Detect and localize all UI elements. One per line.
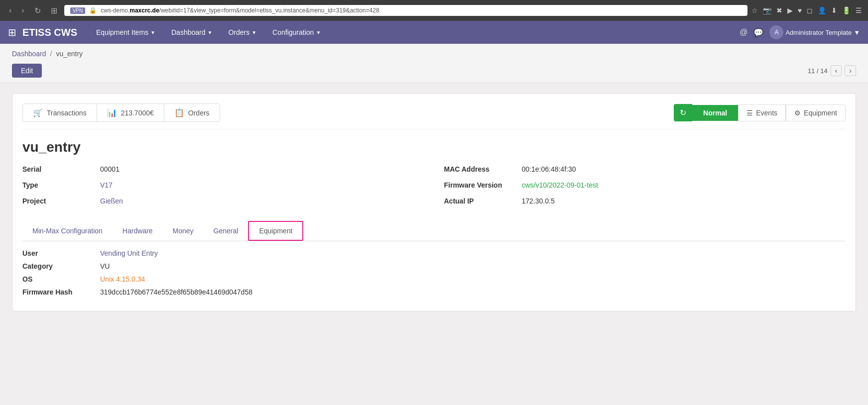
url-bold: maxcrc.de (129, 7, 159, 14)
pagination-text: 11 / 14 (808, 67, 828, 75)
refresh-button[interactable]: ↻ (31, 4, 44, 17)
orders-tab-button[interactable]: 📋 Orders (164, 103, 220, 122)
amount-tab-button[interactable]: 📊 213.7000€ (97, 103, 164, 122)
transactions-tab-button[interactable]: 🛒 Transactions (22, 103, 97, 122)
mac-field-row: MAC Address 00:1e:06:48:4f:30 (444, 165, 846, 173)
os-label: OS (22, 275, 92, 283)
mac-label: MAC Address (444, 165, 514, 173)
nav-user-avatar: A (769, 25, 783, 39)
nav-user-arrow: ▼ (854, 29, 860, 36)
download-icon[interactable]: ⬇ (831, 6, 837, 14)
project-field-row: Project Gießen (22, 197, 424, 205)
user-value[interactable]: Vending Unit Entry (100, 249, 158, 257)
box-icon[interactable]: ◻ (807, 6, 813, 14)
menu-icon[interactable]: ☰ (856, 6, 862, 14)
user-label: User (22, 249, 92, 257)
nav-at-icon[interactable]: @ (740, 28, 747, 37)
app-navbar: ⊞ ETISS CWS Equipment Items ▼ Dashboard … (0, 21, 868, 44)
address-url: cws-demo.maxcrc.de/web#id=17&view_type=f… (101, 7, 379, 14)
status-group: ↻ Normal ☰ Events ⚙ Equipment (674, 104, 846, 121)
next-page-button[interactable]: › (845, 65, 856, 76)
nav-configuration-arrow: ▼ (316, 30, 321, 35)
nav-orders-label: Orders (228, 28, 249, 36)
nav-forward-button[interactable]: › (18, 4, 27, 17)
project-value[interactable]: Gießen (100, 197, 123, 205)
nav-dashboard[interactable]: Dashboard ▼ (164, 24, 219, 40)
os-value[interactable]: Unix 4.15.0.34 (100, 275, 145, 283)
prev-page-button[interactable]: ‹ (831, 65, 842, 76)
edit-button[interactable]: Edit (12, 64, 42, 78)
pagination: 11 / 14 ‹ › (808, 65, 856, 76)
type-value[interactable]: V17 (100, 181, 113, 189)
breadcrumb: Dashboard / vu_entry (12, 50, 856, 58)
x-icon[interactable]: ✖ (776, 6, 782, 14)
category-field-row: Category VU (22, 262, 846, 270)
nav-right: @ 💬 A Administrator Template ▼ (740, 25, 860, 39)
heart-icon[interactable]: ♥ (798, 6, 802, 14)
transactions-label: Transactions (47, 109, 87, 117)
ip-label: Actual IP (444, 197, 514, 205)
firmware-hash-label: Firmware Hash (22, 288, 92, 296)
status-refresh-button[interactable]: ↻ (674, 104, 692, 121)
grid-button[interactable]: ⊞ (48, 4, 60, 17)
nav-back-button[interactable]: ‹ (6, 4, 14, 17)
record-title: vu_entry (22, 139, 846, 155)
status-equipment-button[interactable]: ⚙ Equipment (786, 104, 846, 121)
serial-field-row: Serial 00001 (22, 165, 424, 173)
nav-equipment-items-label: Equipment Items (96, 28, 148, 36)
address-bar[interactable]: VPN 🔒 cws-demo.maxcrc.de/web#id=17&view_… (64, 5, 747, 16)
tab-min-max[interactable]: Min-Max Configuration (22, 222, 113, 240)
page-header: Dashboard / vu_entry Edit 11 / 14 ‹ › (0, 44, 868, 83)
equipment-gear-icon: ⚙ (794, 109, 801, 117)
orders-label: Orders (188, 109, 210, 117)
firmware-label: Firmware Version (444, 181, 514, 189)
app-grid-icon[interactable]: ⊞ (8, 26, 16, 38)
nav-user[interactable]: A Administrator Template ▼ (769, 25, 860, 39)
top-button-bar: 🛒 Transactions 📊 213.7000€ 📋 Orders ↻ No… (22, 103, 846, 129)
nav-user-initial: A (774, 29, 778, 36)
app-logo: ETISS CWS (22, 27, 77, 38)
nav-orders[interactable]: Orders ▼ (221, 24, 263, 40)
tab-hardware[interactable]: Hardware (113, 222, 163, 240)
orders-icon: 📋 (174, 108, 184, 117)
nav-dashboard-label: Dashboard (171, 28, 206, 36)
vpn-badge: VPN (70, 7, 86, 14)
star-icon[interactable]: ☆ (751, 6, 758, 14)
events-icon: ☰ (746, 109, 753, 117)
firmware-field-row: Firmware Version cws/v10/2022-09-01-test (444, 181, 846, 189)
amount-icon: 📊 (107, 108, 117, 117)
status-normal-button[interactable]: Normal (692, 105, 738, 121)
play-icon[interactable]: ▶ (787, 6, 793, 14)
status-events-button[interactable]: ☰ Events (738, 104, 786, 121)
battery-icon: 🔋 (842, 6, 851, 14)
nav-orders-arrow: ▼ (251, 30, 256, 35)
ip-value: 172.30.0.5 (522, 197, 555, 205)
user-icon[interactable]: 👤 (818, 6, 826, 14)
transactions-icon: 🛒 (33, 108, 43, 117)
breadcrumb-parent[interactable]: Dashboard (12, 50, 46, 58)
breadcrumb-separator: / (50, 50, 52, 58)
browser-icons: ☆ 📷 ✖ ▶ ♥ ◻ 👤 ⬇ 🔋 ☰ (751, 6, 862, 14)
nav-equipment-items[interactable]: Equipment Items ▼ (89, 24, 162, 40)
tab-equipment[interactable]: Equipment (248, 221, 303, 241)
camera-icon[interactable]: 📷 (763, 6, 771, 14)
user-field-row: User Vending Unit Entry (22, 249, 846, 257)
nav-configuration-label: Configuration (272, 28, 314, 36)
firmware-hash-value: 319dccb176b6774e552e8f65b89e41469d047d58 (100, 288, 252, 296)
right-fields: MAC Address 00:1e:06:48:4f:30 Firmware V… (444, 165, 846, 209)
firmware-hash-field-row: Firmware Hash 319dccb176b6774e552e8f65b8… (22, 288, 846, 296)
mac-value: 00:1e:06:48:4f:30 (522, 165, 576, 173)
tab-general[interactable]: General (204, 222, 248, 240)
tab-money[interactable]: Money (163, 222, 204, 240)
url-path: /web#id=17&view_type=form&model=etiss_vu… (159, 7, 379, 14)
amount-label: 213.7000€ (121, 109, 154, 117)
equipment-label: Equipment (804, 109, 837, 117)
serial-label: Serial (22, 165, 92, 173)
main-content: 🛒 Transactions 📊 213.7000€ 📋 Orders ↻ No… (0, 83, 868, 321)
events-label: Events (756, 109, 777, 117)
form-fields: Serial 00001 Type V17 Project Gießen MAC… (22, 165, 846, 209)
category-value: VU (100, 262, 110, 270)
nav-configuration[interactable]: Configuration ▼ (265, 24, 328, 40)
firmware-value[interactable]: cws/v10/2022-09-01-test (522, 181, 598, 189)
nav-chat-icon[interactable]: 💬 (753, 28, 763, 37)
